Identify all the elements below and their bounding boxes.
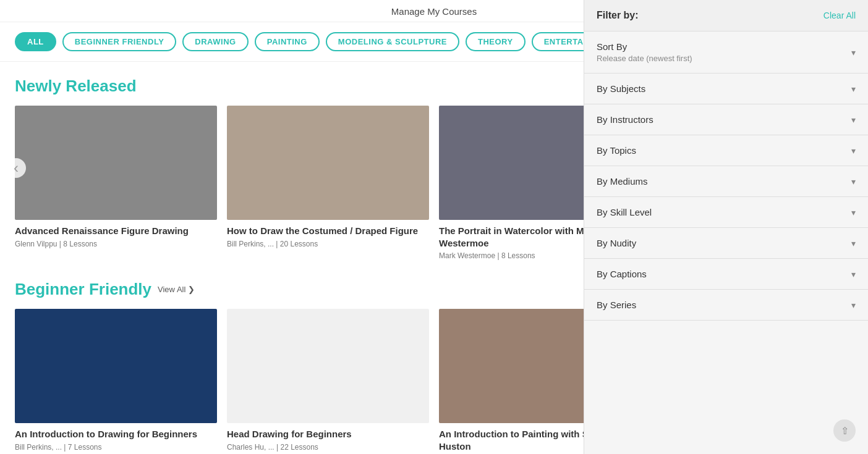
filter-option-label-by-series: By Series	[597, 300, 636, 310]
filter-option-by-captions[interactable]: By Captions▾	[584, 259, 868, 290]
filter-option-by-subjects[interactable]: By Subjects▾	[584, 74, 868, 104]
scroll-top-button[interactable]: ⇧	[833, 419, 856, 442]
filter-panel-header: Filter by: Clear All	[584, 0, 868, 32]
course-card-c2[interactable]: How to Draw the Costumed / Draped Figure…	[227, 106, 429, 260]
course-thumb-b1	[15, 309, 217, 423]
filter-option-left-by-skill-level: By Skill Level	[597, 207, 652, 217]
filter-option-by-topics[interactable]: By Topics▾	[584, 135, 868, 166]
course-card-b1[interactable]: An Introduction to Drawing for Beginners…	[15, 309, 217, 454]
filter-options: Sort ByRelease date (newest first)▾By Su…	[584, 32, 868, 321]
filter-panel: Filter by: Clear All Sort ByRelease date…	[584, 0, 868, 454]
course-info-b2: Head Drawing for BeginnersCharles Hu, ..…	[227, 423, 429, 452]
course-meta-b1: Bill Perkins, ... | 7 Lessons	[15, 443, 217, 452]
prev-arrow-newly[interactable]: ‹	[6, 158, 26, 178]
beginner-friendly-title: Beginner Friendly	[15, 280, 151, 299]
view-all-link[interactable]: View All ❯	[158, 285, 195, 294]
filter-option-left-by-captions: By Captions	[597, 269, 647, 279]
filter-option-label-by-subjects: By Subjects	[597, 83, 645, 94]
filter-by-label: Filter by:	[597, 10, 639, 21]
filter-option-left-by-mediums: By Mediums	[597, 176, 648, 187]
filter-option-chevron-by-topics: ▾	[851, 146, 856, 156]
course-meta-c1: Glenn Vilppu | 8 Lessons	[15, 240, 217, 248]
main-content: Newly Released ‹ Advanced Renaissance Fi…	[0, 62, 868, 454]
course-title-b1: An Introduction to Drawing for Beginners	[15, 428, 217, 440]
filter-option-label-by-topics: By Topics	[597, 145, 636, 156]
filter-option-label-by-captions: By Captions	[597, 269, 647, 279]
course-info-c2: How to Draw the Costumed / Draped Figure…	[227, 220, 429, 248]
filter-pill-all[interactable]: ALL	[15, 32, 56, 51]
category-pills: ALLBEGINNER FRIENDLYDRAWINGPAINTINGMODEL…	[15, 32, 670, 51]
view-all-label: View All	[158, 285, 185, 294]
filter-pill-drawing[interactable]: DRAWING	[182, 32, 248, 51]
filter-option-left-by-series: By Series	[597, 300, 636, 310]
course-meta-b2: Charles Hu, ... | 22 Lessons	[227, 443, 429, 452]
filter-option-by-series[interactable]: By Series▾	[584, 290, 868, 321]
filter-option-chevron-by-skill-level: ▾	[851, 208, 856, 217]
filter-option-chevron-by-series: ▾	[851, 300, 856, 310]
filter-pill-theory[interactable]: THEORY	[466, 32, 525, 51]
course-thumb-c2	[227, 106, 429, 220]
filter-option-by-nudity[interactable]: By Nudity▾	[584, 228, 868, 259]
filter-option-by-skill-level[interactable]: By Skill Level▾	[584, 197, 868, 228]
filter-option-left-by-subjects: By Subjects	[597, 83, 645, 94]
filter-option-sort-by[interactable]: Sort ByRelease date (newest first)▾	[584, 32, 868, 74]
filter-option-label-by-mediums: By Mediums	[597, 176, 648, 187]
filter-option-label-by-instructors: By Instructors	[597, 114, 653, 125]
filter-pill-beginner[interactable]: BEGINNER FRIENDLY	[62, 32, 177, 51]
filter-option-label-by-nudity: By Nudity	[597, 238, 636, 248]
filter-pill-painting[interactable]: PAINTING	[255, 32, 320, 51]
filter-option-left-by-topics: By Topics	[597, 145, 636, 156]
course-title-c1: Advanced Renaissance Figure Drawing	[15, 225, 217, 237]
filter-pill-modeling[interactable]: MODELING & SCULPTURE	[326, 32, 459, 51]
filter-option-left-by-nudity: By Nudity	[597, 238, 636, 248]
course-card-b2[interactable]: Head Drawing for BeginnersCharles Hu, ..…	[227, 309, 429, 454]
page-title: Manage My Courses	[391, 6, 477, 17]
course-card-c1[interactable]: Advanced Renaissance Figure DrawingGlenn…	[15, 106, 217, 260]
filter-option-by-mediums[interactable]: By Mediums▾	[584, 166, 868, 197]
filter-option-chevron-sort-by: ▾	[851, 48, 856, 57]
filter-option-chevron-by-subjects: ▾	[851, 84, 856, 94]
course-title-b2: Head Drawing for Beginners	[227, 428, 429, 440]
filter-option-left-sort-by: Sort ByRelease date (newest first)	[597, 41, 692, 63]
filter-option-by-instructors[interactable]: By Instructors▾	[584, 104, 868, 135]
filter-option-chevron-by-instructors: ▾	[851, 115, 856, 125]
filter-option-chevron-by-mediums: ▾	[851, 177, 856, 187]
filter-option-sub-sort-by: Release date (newest first)	[597, 54, 692, 63]
course-info-b1: An Introduction to Drawing for Beginners…	[15, 423, 217, 452]
filter-option-label-sort-by: Sort By	[597, 41, 692, 52]
filter-option-label-by-skill-level: By Skill Level	[597, 207, 652, 217]
clear-all-button[interactable]: Clear All	[823, 11, 856, 20]
course-thumb-c1	[15, 106, 217, 220]
course-info-c1: Advanced Renaissance Figure DrawingGlenn…	[15, 220, 217, 248]
course-thumb-b2	[227, 309, 429, 423]
filter-option-chevron-by-captions: ▾	[851, 269, 856, 279]
view-all-chevron-icon: ❯	[188, 285, 195, 294]
course-title-c2: How to Draw the Costumed / Draped Figure	[227, 225, 429, 237]
filter-option-left-by-instructors: By Instructors	[597, 114, 653, 125]
course-meta-c2: Bill Perkins, ... | 20 Lessons	[227, 240, 429, 248]
filter-option-chevron-by-nudity: ▾	[851, 238, 856, 248]
